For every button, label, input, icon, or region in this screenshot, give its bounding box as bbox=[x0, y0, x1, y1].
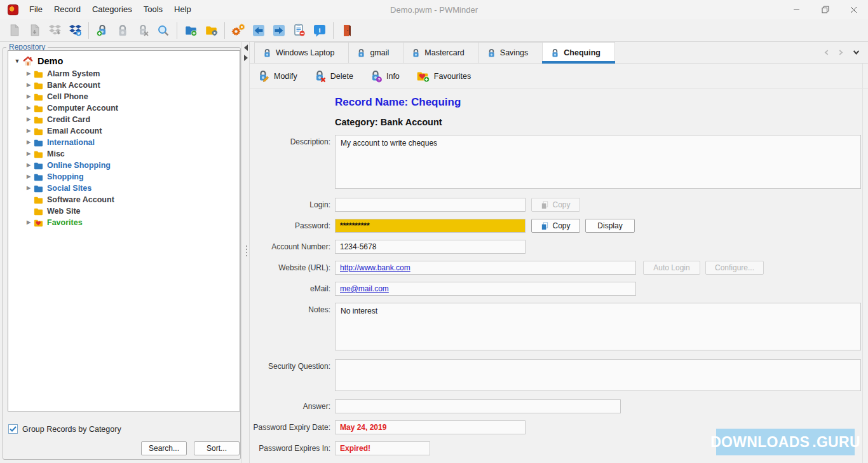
category-settings-button[interactable] bbox=[201, 22, 221, 39]
tree-item-cell-phone[interactable]: ▶ Cell Phone bbox=[8, 91, 240, 102]
auto-login-button[interactable]: Auto Login bbox=[643, 261, 700, 275]
tab-savings[interactable]: Savings bbox=[479, 42, 543, 63]
tab-chequing[interactable]: Chequing bbox=[543, 42, 615, 63]
splitter-grip[interactable] bbox=[246, 245, 247, 247]
restore-button[interactable] bbox=[811, 0, 839, 19]
folder-icon bbox=[34, 69, 43, 79]
tree-item-alarm-system[interactable]: ▶ Alarm System bbox=[8, 68, 240, 79]
website-row: Website (URL): http://www.bank.com Auto … bbox=[250, 261, 868, 275]
group-by-category-label: Group Records by Category bbox=[22, 425, 121, 434]
copy-login-button[interactable]: Copy bbox=[531, 198, 580, 212]
menu-categories[interactable]: Categories bbox=[86, 0, 138, 19]
tree-item-favorites[interactable]: ▶ Favorites bbox=[8, 217, 240, 228]
minimize-button[interactable] bbox=[782, 0, 811, 19]
menu-file[interactable]: File bbox=[24, 0, 48, 19]
tree-item-bank-account[interactable]: ▶ Bank Account bbox=[8, 79, 240, 91]
menu-tools[interactable]: Tools bbox=[138, 0, 168, 19]
search-button[interactable] bbox=[153, 22, 173, 39]
email-link[interactable]: me@mail.com bbox=[340, 284, 389, 293]
delete-record-button[interactable] bbox=[133, 22, 153, 39]
tree-item-web-site[interactable]: Web Site bbox=[8, 205, 240, 217]
tree-item-email-account[interactable]: ▶ Email Account bbox=[8, 125, 240, 137]
dropbox-upload-button[interactable] bbox=[65, 22, 85, 39]
new-file-icon bbox=[9, 24, 20, 36]
panel-splitter[interactable] bbox=[241, 42, 250, 463]
collapse-left-icon[interactable] bbox=[244, 45, 248, 51]
clear-clipboard-button[interactable] bbox=[289, 22, 309, 39]
modify-icon bbox=[257, 70, 270, 83]
website-link[interactable]: http://www.bank.com bbox=[340, 263, 410, 272]
dropbox-download-button[interactable] bbox=[44, 22, 65, 39]
back-icon bbox=[252, 24, 265, 37]
tree-item-computer-account[interactable]: ▶ Computer Account bbox=[8, 102, 240, 114]
tab-windows-laptop[interactable]: Windows Laptop bbox=[254, 42, 349, 63]
expand-arrow-icon[interactable]: ▶ bbox=[25, 137, 32, 148]
forward-button[interactable] bbox=[269, 22, 289, 39]
new-file-button[interactable] bbox=[4, 22, 24, 39]
expiry-date-field: May 24, 2019 bbox=[335, 420, 526, 434]
collapse-arrow-icon[interactable]: ▼ bbox=[13, 55, 21, 67]
login-label: Login: bbox=[250, 198, 330, 212]
info-record-button[interactable]: ? Info bbox=[370, 70, 400, 83]
lock-icon bbox=[357, 48, 365, 58]
expand-arrow-icon[interactable]: ▶ bbox=[25, 217, 32, 228]
tree-item-label: Bank Account bbox=[47, 81, 100, 90]
tab-mastercard[interactable]: Mastercard bbox=[403, 42, 479, 63]
tree-item-international[interactable]: ▶ International bbox=[8, 137, 240, 148]
tab-list-icon[interactable] bbox=[852, 48, 860, 57]
close-button[interactable] bbox=[839, 0, 868, 19]
add-record-button[interactable] bbox=[92, 22, 112, 39]
collapse-right-icon[interactable] bbox=[244, 55, 248, 61]
tab-scroll-right-icon[interactable] bbox=[837, 49, 844, 56]
tree-item-credit-card[interactable]: ▶ Credit Card bbox=[8, 114, 240, 125]
folder-icon bbox=[34, 92, 43, 102]
folder-icon bbox=[34, 161, 43, 170]
tree-root-demo[interactable]: ▼ Demo bbox=[8, 54, 240, 68]
save-file-button[interactable] bbox=[24, 22, 44, 39]
tree-item-social-sites[interactable]: ▶ Social Sites bbox=[8, 183, 240, 194]
tree-item-misc[interactable]: ▶ Misc bbox=[8, 148, 240, 160]
add-category-button[interactable] bbox=[180, 22, 201, 39]
open-record-button[interactable] bbox=[112, 22, 133, 39]
tab-gmail[interactable]: gmail bbox=[349, 42, 403, 63]
modify-record-button[interactable]: Modify bbox=[257, 70, 297, 83]
expand-arrow-icon[interactable]: ▶ bbox=[25, 160, 32, 171]
tree-item-online-shopping[interactable]: ▶ Online Shopping bbox=[8, 160, 240, 171]
menu-record[interactable]: Record bbox=[48, 0, 86, 19]
record-tab-bar: Windows Laptop gmail Mastercard Savings … bbox=[250, 42, 868, 64]
expand-arrow-icon[interactable]: ▶ bbox=[25, 79, 32, 91]
exit-button[interactable] bbox=[337, 22, 357, 39]
tree-item-label: Email Account bbox=[47, 127, 102, 135]
answer-field bbox=[335, 399, 621, 413]
tab-scroll-left-icon[interactable] bbox=[823, 49, 830, 56]
search-records-button[interactable]: Search... bbox=[141, 441, 187, 455]
tree-item-label: International bbox=[47, 138, 95, 147]
settings-button[interactable] bbox=[228, 22, 248, 39]
account-number-label: Account Number: bbox=[250, 240, 330, 254]
sort-records-button[interactable]: Sort... bbox=[194, 441, 240, 455]
expand-arrow-icon[interactable]: ▶ bbox=[25, 125, 32, 137]
delete-record-button[interactable]: Delete bbox=[314, 70, 353, 83]
expand-arrow-icon[interactable]: ▶ bbox=[25, 102, 32, 114]
expand-arrow-icon[interactable]: ▶ bbox=[25, 68, 32, 79]
copy-password-button[interactable]: Copy bbox=[531, 219, 580, 233]
favourites-button[interactable]: Favourites bbox=[416, 70, 471, 83]
info-button[interactable]: i bbox=[309, 22, 330, 39]
expand-arrow-icon[interactable]: ▶ bbox=[25, 91, 32, 102]
menu-help[interactable]: Help bbox=[168, 0, 197, 19]
tree-item-shopping[interactable]: ▶ Shopping bbox=[8, 171, 240, 183]
email-field: me@mail.com bbox=[335, 282, 636, 296]
display-password-button[interactable]: Display bbox=[585, 219, 635, 233]
tree-item-software-account[interactable]: Software Account bbox=[8, 194, 240, 205]
folder-icon bbox=[34, 81, 43, 90]
login-row: Login: Copy bbox=[250, 198, 868, 212]
save-file-icon bbox=[29, 24, 40, 36]
group-by-category-checkbox[interactable] bbox=[8, 424, 18, 434]
configure-button[interactable]: Configure... bbox=[705, 261, 764, 275]
answer-label: Answer: bbox=[250, 399, 330, 413]
expand-arrow-icon[interactable]: ▶ bbox=[25, 148, 32, 160]
expand-arrow-icon[interactable]: ▶ bbox=[25, 183, 32, 194]
expand-arrow-icon[interactable]: ▶ bbox=[25, 171, 32, 183]
back-button[interactable] bbox=[248, 22, 269, 39]
expand-arrow-icon[interactable]: ▶ bbox=[25, 114, 32, 125]
